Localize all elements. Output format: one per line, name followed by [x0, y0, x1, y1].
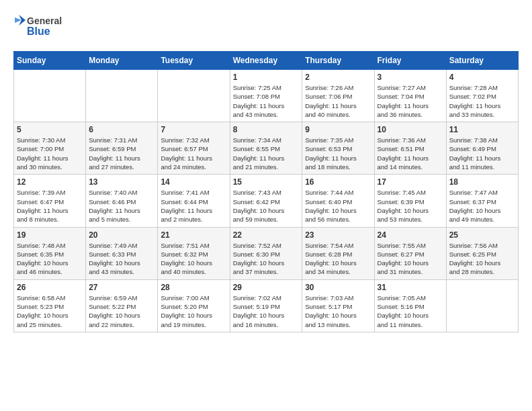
header-friday: Friday: [374, 52, 446, 70]
day-info: Sunrise: 7:55 AM Sunset: 6:27 PM Dayligh…: [378, 241, 443, 277]
day-number: 1: [233, 73, 300, 82]
day-number: 22: [233, 230, 300, 240]
header-wednesday: Wednesday: [230, 52, 302, 70]
calendar-cell: [86, 70, 158, 122]
day-info: Sunrise: 7:36 AM Sunset: 6:51 PM Dayligh…: [378, 136, 443, 171]
header-thursday: Thursday: [302, 52, 374, 70]
calendar-cell: 31Sunrise: 7:05 AM Sunset: 5:16 PM Dayli…: [374, 279, 446, 332]
day-number: 10: [378, 125, 443, 134]
calendar-cell: 5Sunrise: 7:30 AM Sunset: 7:00 PM Daylig…: [14, 122, 86, 175]
day-number: 18: [449, 177, 515, 187]
day-number: 21: [161, 230, 226, 240]
day-number: 15: [233, 177, 300, 187]
day-number: 2: [305, 73, 371, 82]
calendar-cell: 29Sunrise: 7:02 AM Sunset: 5:19 PM Dayli…: [230, 279, 302, 332]
calendar-week-0: 1Sunrise: 7:25 AM Sunset: 7:08 PM Daylig…: [14, 70, 519, 122]
day-info: Sunrise: 7:40 AM Sunset: 6:46 PM Dayligh…: [89, 188, 154, 224]
day-number: 17: [378, 177, 443, 187]
day-number: 6: [89, 125, 154, 134]
day-number: 4: [449, 73, 515, 82]
day-number: 9: [305, 125, 371, 134]
day-info: Sunrise: 7:44 AM Sunset: 6:40 PM Dayligh…: [305, 188, 371, 224]
calendar-week-1: 5Sunrise: 7:30 AM Sunset: 7:00 PM Daylig…: [14, 122, 519, 175]
calendar-cell: 1Sunrise: 7:25 AM Sunset: 7:08 PM Daylig…: [230, 70, 302, 122]
day-info: Sunrise: 7:47 AM Sunset: 6:37 PM Dayligh…: [449, 188, 515, 224]
day-info: Sunrise: 7:52 AM Sunset: 6:30 PM Dayligh…: [233, 241, 300, 277]
day-number: 28: [161, 283, 226, 292]
day-info: Sunrise: 7:49 AM Sunset: 6:33 PM Dayligh…: [89, 241, 154, 277]
day-info: Sunrise: 7:26 AM Sunset: 7:06 PM Dayligh…: [305, 83, 371, 119]
calendar-cell: 3Sunrise: 7:27 AM Sunset: 7:04 PM Daylig…: [374, 70, 446, 122]
day-info: Sunrise: 7:35 AM Sunset: 6:53 PM Dayligh…: [305, 136, 371, 171]
calendar-cell: 27Sunrise: 6:59 AM Sunset: 5:22 PM Dayli…: [86, 279, 158, 332]
calendar-cell: 23Sunrise: 7:54 AM Sunset: 6:28 PM Dayli…: [302, 227, 374, 279]
calendar-week-4: 26Sunrise: 6:58 AM Sunset: 5:23 PM Dayli…: [14, 279, 519, 332]
day-number: 26: [17, 283, 83, 292]
calendar-week-2: 12Sunrise: 7:39 AM Sunset: 6:47 PM Dayli…: [14, 175, 519, 227]
day-number: 14: [161, 177, 226, 187]
day-info: Sunrise: 7:03 AM Sunset: 5:17 PM Dayligh…: [305, 293, 371, 329]
day-info: Sunrise: 7:45 AM Sunset: 6:39 PM Dayligh…: [378, 188, 443, 224]
calendar-cell: [158, 70, 230, 122]
calendar-cell: 30Sunrise: 7:03 AM Sunset: 5:17 PM Dayli…: [302, 279, 374, 332]
header-saturday: Saturday: [446, 52, 518, 70]
svg-text:General: General: [27, 15, 62, 26]
day-info: Sunrise: 7:00 AM Sunset: 5:20 PM Dayligh…: [161, 293, 226, 329]
day-info: Sunrise: 7:39 AM Sunset: 6:47 PM Dayligh…: [17, 188, 83, 224]
logo: General Blue: [13, 13, 74, 40]
calendar-cell: 18Sunrise: 7:47 AM Sunset: 6:37 PM Dayli…: [446, 175, 518, 227]
day-info: Sunrise: 7:41 AM Sunset: 6:44 PM Dayligh…: [161, 188, 226, 224]
day-number: 24: [378, 230, 443, 240]
day-info: Sunrise: 7:48 AM Sunset: 6:35 PM Dayligh…: [17, 241, 83, 277]
calendar-cell: 26Sunrise: 6:58 AM Sunset: 5:23 PM Dayli…: [14, 279, 86, 332]
calendar-cell: 2Sunrise: 7:26 AM Sunset: 7:06 PM Daylig…: [302, 70, 374, 122]
day-number: 8: [233, 125, 300, 134]
calendar-cell: 19Sunrise: 7:48 AM Sunset: 6:35 PM Dayli…: [14, 227, 86, 279]
calendar-cell: 8Sunrise: 7:34 AM Sunset: 6:55 PM Daylig…: [230, 122, 302, 175]
day-number: 25: [449, 230, 515, 240]
day-info: Sunrise: 7:30 AM Sunset: 7:00 PM Dayligh…: [17, 136, 83, 171]
header-tuesday: Tuesday: [158, 52, 230, 70]
day-info: Sunrise: 7:27 AM Sunset: 7:04 PM Dayligh…: [378, 83, 443, 119]
calendar-cell: 6Sunrise: 7:31 AM Sunset: 6:59 PM Daylig…: [86, 122, 158, 175]
day-number: 30: [305, 283, 371, 292]
day-number: 31: [378, 283, 443, 292]
day-number: 5: [17, 125, 83, 134]
calendar-cell: 25Sunrise: 7:56 AM Sunset: 6:25 PM Dayli…: [446, 227, 518, 279]
calendar-cell: 7Sunrise: 7:32 AM Sunset: 6:57 PM Daylig…: [158, 122, 230, 175]
day-number: 12: [17, 177, 83, 187]
day-info: Sunrise: 7:25 AM Sunset: 7:08 PM Dayligh…: [233, 83, 300, 119]
logo-svg: General Blue: [13, 13, 74, 40]
day-number: 27: [89, 283, 154, 292]
calendar-table: SundayMondayTuesdayWednesdayThursdayFrid…: [13, 51, 519, 332]
day-info: Sunrise: 7:43 AM Sunset: 6:42 PM Dayligh…: [233, 188, 300, 224]
day-number: 29: [233, 283, 300, 292]
header-sunday: Sunday: [14, 52, 86, 70]
day-number: 3: [378, 73, 443, 82]
day-info: Sunrise: 7:34 AM Sunset: 6:55 PM Dayligh…: [233, 136, 300, 171]
day-number: 16: [305, 177, 371, 187]
page-header: General Blue: [13, 13, 519, 40]
day-number: 20: [89, 230, 154, 240]
calendar-cell: 22Sunrise: 7:52 AM Sunset: 6:30 PM Dayli…: [230, 227, 302, 279]
day-info: Sunrise: 7:31 AM Sunset: 6:59 PM Dayligh…: [89, 136, 154, 171]
day-info: Sunrise: 7:38 AM Sunset: 6:49 PM Dayligh…: [449, 136, 515, 171]
calendar-cell: 21Sunrise: 7:51 AM Sunset: 6:32 PM Dayli…: [158, 227, 230, 279]
day-info: Sunrise: 7:05 AM Sunset: 5:16 PM Dayligh…: [378, 293, 443, 329]
day-info: Sunrise: 7:51 AM Sunset: 6:32 PM Dayligh…: [161, 241, 226, 277]
day-info: Sunrise: 7:02 AM Sunset: 5:19 PM Dayligh…: [233, 293, 300, 329]
day-info: Sunrise: 7:28 AM Sunset: 7:02 PM Dayligh…: [449, 83, 515, 119]
day-info: Sunrise: 7:54 AM Sunset: 6:28 PM Dayligh…: [305, 241, 371, 277]
calendar-cell: 11Sunrise: 7:38 AM Sunset: 6:49 PM Dayli…: [446, 122, 518, 175]
calendar-cell: 24Sunrise: 7:55 AM Sunset: 6:27 PM Dayli…: [374, 227, 446, 279]
header-monday: Monday: [86, 52, 158, 70]
calendar-cell: [14, 70, 86, 122]
day-number: 11: [449, 125, 515, 134]
day-info: Sunrise: 7:32 AM Sunset: 6:57 PM Dayligh…: [161, 136, 226, 171]
calendar-cell: 4Sunrise: 7:28 AM Sunset: 7:02 PM Daylig…: [446, 70, 518, 122]
calendar-cell: 9Sunrise: 7:35 AM Sunset: 6:53 PM Daylig…: [302, 122, 374, 175]
day-info: Sunrise: 7:56 AM Sunset: 6:25 PM Dayligh…: [449, 241, 515, 277]
calendar-cell: 20Sunrise: 7:49 AM Sunset: 6:33 PM Dayli…: [86, 227, 158, 279]
svg-marker-3: [15, 17, 21, 23]
calendar-cell: [446, 279, 518, 332]
